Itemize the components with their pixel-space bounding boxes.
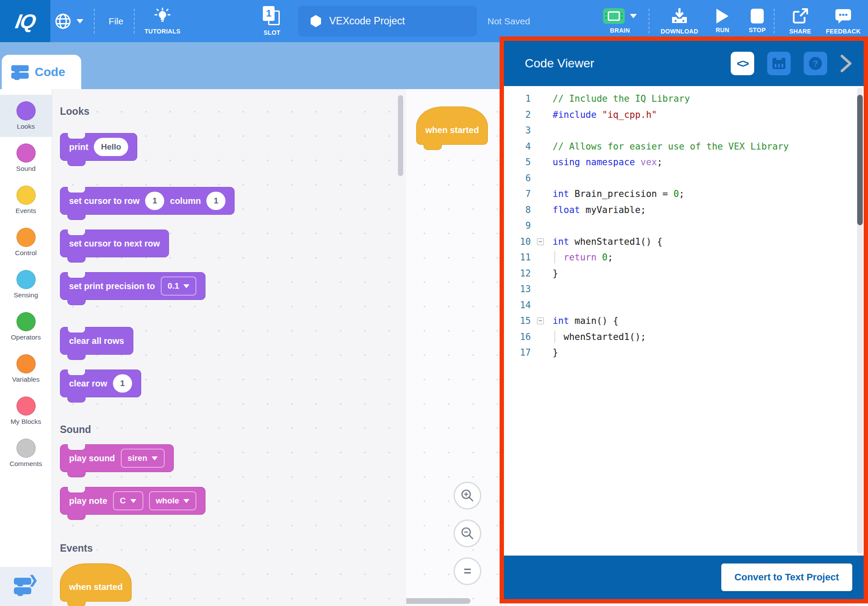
dropdown-value: whole bbox=[156, 496, 179, 506]
brain-view-button[interactable] bbox=[767, 52, 791, 75]
code-line-4: 4// Allows for easier use of the VEX Lib… bbox=[504, 139, 864, 155]
code-line-6: 6 bbox=[504, 170, 864, 186]
category-variables[interactable]: Variables bbox=[0, 348, 52, 390]
brain-icon bbox=[603, 8, 625, 24]
globe-icon bbox=[54, 12, 72, 30]
project-name-button[interactable]: VEXcode Project bbox=[298, 6, 477, 37]
code-view-button[interactable]: <> bbox=[731, 52, 754, 75]
category-label: Events bbox=[16, 207, 36, 215]
canvas-horizontal-scrollbar[interactable] bbox=[406, 598, 470, 604]
code-text: float myVariable; bbox=[550, 205, 646, 215]
category-list: LooksSoundEventsControlSensingOperatorsV… bbox=[0, 89, 52, 567]
toolbar-divider bbox=[774, 9, 775, 33]
block-input[interactable]: 1 bbox=[145, 192, 164, 210]
help-icon: ? bbox=[809, 57, 822, 70]
zoom-in-button[interactable] bbox=[454, 482, 481, 509]
line-number: 15 bbox=[504, 316, 537, 326]
block-dropdown[interactable]: siren bbox=[121, 449, 165, 468]
category-comments[interactable]: Comments bbox=[0, 432, 52, 474]
palette-scrollbar[interactable] bbox=[398, 95, 403, 176]
line-number: 9 bbox=[504, 220, 537, 231]
palette-block[interactable]: when started bbox=[60, 563, 132, 602]
code-text: return 0; bbox=[550, 252, 613, 263]
category-operators[interactable]: Operators bbox=[0, 306, 52, 348]
tutorials-button[interactable]: TUTORIALS bbox=[137, 0, 188, 42]
code-scrollbar-thumb[interactable] bbox=[857, 95, 863, 225]
category-color-dot bbox=[17, 270, 36, 289]
category-color-dot bbox=[17, 312, 36, 331]
category-color-dot bbox=[17, 186, 36, 205]
download-icon bbox=[670, 7, 689, 25]
code-text: } bbox=[550, 268, 558, 279]
code-tab-label: Code bbox=[35, 65, 65, 79]
tab-code[interactable]: Code bbox=[2, 55, 81, 89]
code-line-10: 10−int whenStarted1() { bbox=[504, 234, 864, 250]
line-number: 17 bbox=[504, 347, 537, 358]
palette-section-looks: Looks bbox=[60, 106, 89, 117]
category-looks[interactable]: Looks bbox=[0, 95, 52, 137]
code-text: int main() { bbox=[550, 316, 619, 326]
code-lines: 1// Include the IQ Library2#include "iq_… bbox=[504, 91, 864, 361]
fold-marker-icon[interactable]: − bbox=[537, 317, 544, 324]
palette-block[interactable]: set cursor to next row bbox=[60, 230, 169, 257]
block-input[interactable]: Hello bbox=[94, 138, 128, 156]
stop-icon bbox=[751, 9, 764, 23]
palette-block[interactable]: clear row1 bbox=[60, 370, 141, 397]
category-sound[interactable]: Sound bbox=[0, 137, 52, 179]
category-control[interactable]: Control bbox=[0, 221, 52, 263]
category-color-dot bbox=[17, 354, 36, 373]
block-label: set cursor to row bbox=[69, 196, 139, 206]
convert-to-text-button[interactable]: Convert to Text Project bbox=[721, 563, 852, 591]
code-line-15: 15−int main() { bbox=[504, 313, 864, 329]
zoom-out-button[interactable] bbox=[454, 519, 481, 547]
code-line-13: 13 bbox=[504, 281, 864, 297]
fold-marker-icon[interactable]: − bbox=[537, 238, 544, 245]
line-number: 4 bbox=[504, 141, 537, 152]
line-number: 1 bbox=[504, 93, 537, 104]
slot-button[interactable]: 1 SLOT bbox=[250, 0, 294, 42]
palette-block[interactable]: set print precision to0.1 bbox=[60, 272, 205, 300]
category-sensing[interactable]: Sensing bbox=[0, 263, 52, 306]
block-input[interactable]: 1 bbox=[113, 374, 132, 393]
dropdown-value: 0.1 bbox=[168, 281, 179, 291]
category-my-blocks[interactable]: My Blocks bbox=[0, 390, 52, 432]
block-label: set print precision to bbox=[69, 281, 155, 291]
toolbar-divider bbox=[94, 9, 95, 33]
palette-block[interactable]: clear all rows bbox=[60, 327, 133, 355]
code-editor[interactable]: 1// Include the IQ Library2#include "iq_… bbox=[504, 86, 864, 556]
download-button[interactable]: DOWNLOAD bbox=[654, 0, 705, 42]
toolbar-divider bbox=[649, 9, 649, 33]
palette-collapse-footer[interactable]: ❯ bbox=[0, 567, 52, 606]
file-menu[interactable]: File bbox=[99, 0, 133, 42]
code-text: // Include the IQ Library bbox=[550, 93, 690, 104]
brain-view-icon bbox=[772, 58, 785, 69]
help-button[interactable]: ? bbox=[804, 52, 827, 75]
feedback-button[interactable]: FEEDBACK bbox=[822, 0, 865, 42]
palette-block[interactable]: printHello bbox=[60, 133, 137, 161]
stop-button[interactable]: STOP bbox=[741, 0, 774, 42]
brain-button[interactable]: BRAIN bbox=[594, 0, 646, 42]
run-button[interactable]: RUN bbox=[706, 0, 739, 42]
share-button[interactable]: SHARE bbox=[779, 0, 822, 42]
collapse-panel-button[interactable] bbox=[838, 53, 853, 73]
palette-block[interactable]: set cursor to row1column1 bbox=[60, 187, 235, 215]
code-line-5: 5using namespace vex; bbox=[504, 154, 864, 170]
category-events[interactable]: Events bbox=[0, 179, 52, 221]
palette-block[interactable]: play noteCwhole bbox=[60, 487, 205, 515]
block-input[interactable]: 1 bbox=[206, 192, 225, 210]
line-number: 7 bbox=[504, 189, 537, 199]
zoom-reset-button[interactable]: = bbox=[454, 557, 481, 585]
block-dropdown[interactable]: whole bbox=[149, 491, 197, 510]
category-label: Control bbox=[15, 249, 37, 257]
canvas-when-started-block[interactable]: when started bbox=[416, 107, 488, 145]
category-color-dot bbox=[17, 439, 36, 458]
vexcode-window: Code LooksSoundEventsControlSensingOpera… bbox=[0, 0, 868, 606]
block-dropdown[interactable]: 0.1 bbox=[161, 276, 196, 296]
palette-block[interactable]: play soundsiren bbox=[60, 444, 174, 472]
block-dropdown[interactable]: C bbox=[113, 491, 143, 510]
language-menu[interactable] bbox=[54, 0, 83, 42]
share-icon bbox=[792, 7, 809, 25]
hexagon-icon bbox=[310, 15, 321, 27]
code-line-14: 14 bbox=[504, 297, 864, 313]
feedback-bubble-icon bbox=[834, 7, 852, 25]
